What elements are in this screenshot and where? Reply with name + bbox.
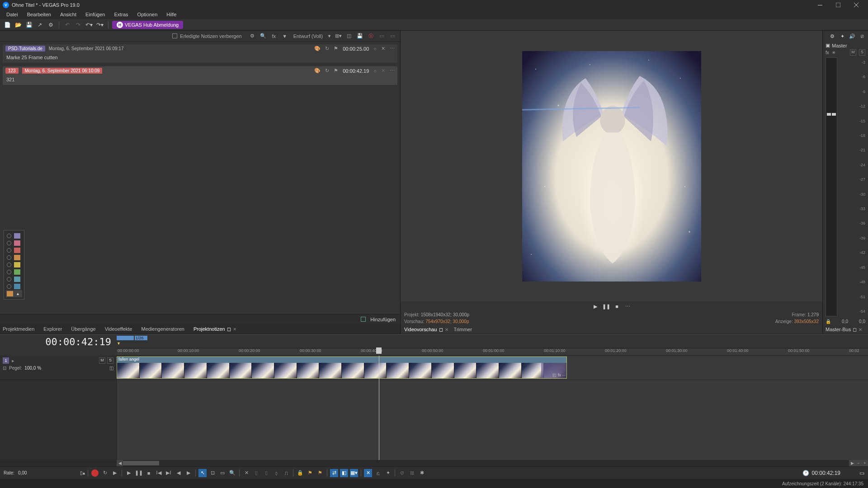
pegel-value[interactable]: 100,0 % — [24, 366, 41, 371]
timeline-hscroll[interactable]: ◀ ▶ − + — [0, 460, 868, 466]
playhead-handle[interactable] — [376, 347, 382, 354]
filter-icon[interactable]: ▼ — [281, 32, 289, 40]
note-flag-icon[interactable]: ⚑ — [334, 46, 338, 52]
ext2-icon[interactable]: ▭ — [388, 32, 396, 40]
marker-tool-button[interactable]: ✱ — [418, 469, 426, 477]
marker-region[interactable] — [117, 336, 134, 340]
normal-edit-tool[interactable]: ↖ — [198, 469, 207, 477]
menu-ansicht[interactable]: Ansicht — [57, 11, 80, 18]
note-done-icon[interactable]: ○ — [373, 68, 377, 74]
redo-dd-icon[interactable]: ↷▾ — [95, 20, 104, 29]
color-option[interactable] — [6, 261, 22, 268]
transport-more-icon[interactable]: ⋯ — [624, 302, 632, 310]
snapshot-icon[interactable]: 💾 — [356, 32, 364, 40]
marker-flag[interactable]: ▼ — [117, 341, 121, 346]
menu-datei[interactable]: Datei — [3, 11, 22, 18]
play-button[interactable]: ▶ — [125, 469, 133, 477]
big-timecode[interactable]: 00:00:42:19 — [45, 336, 111, 347]
stop-icon[interactable]: ■ — [613, 302, 621, 310]
tab-projektnotizen[interactable]: Projektnotizen ◻ ✕ — [193, 326, 236, 332]
rate-value[interactable]: 0,00 — [18, 470, 27, 475]
minimize-button[interactable] — [811, 0, 829, 10]
time-ruler[interactable]: 00:00:00:00 00:00:10:00 00:00:20:00 00:0… — [117, 348, 868, 356]
tab-explorer[interactable]: Explorer — [43, 326, 62, 332]
mute-button[interactable]: M — [850, 49, 856, 56]
solo-button[interactable]: S — [859, 49, 865, 56]
region-button[interactable]: ⚑ — [316, 469, 324, 477]
crossfade-button[interactable]: ✕ — [364, 469, 372, 477]
menu-einfuegen[interactable]: Einfügen — [82, 11, 108, 18]
record-button[interactable] — [91, 469, 99, 477]
note-body[interactable]: Marke 25 Frame cutten — [3, 53, 397, 63]
color-option[interactable] — [6, 276, 22, 283]
fit-button[interactable]: ▭ — [859, 470, 864, 476]
master-bus-tab[interactable]: Master-Bus ◻ ✕ — [823, 325, 868, 334]
marker-strip[interactable]: 1/26 ▼ — [117, 335, 868, 348]
dim-icon[interactable]: ✦ — [838, 32, 846, 40]
track-lane-1[interactable]: fallen angel ◰ fx ··· — [117, 356, 868, 380]
clip-tools[interactable]: ◰ fx ··· — [541, 363, 566, 378]
snap-button[interactable]: ⎍ — [282, 469, 290, 477]
go-end-button[interactable]: ▶I — [165, 469, 173, 477]
tab-close-icon[interactable]: ✕ — [233, 327, 236, 332]
clip-crop-icon[interactable]: ◰ — [552, 373, 557, 377]
new-project-icon[interactable]: 📄 — [3, 20, 12, 29]
menu-extras[interactable]: Extras — [110, 11, 132, 18]
hub-button[interactable]: HVEGAS Hub Abmeldung — [112, 21, 183, 29]
track-fx-icon[interactable]: ⊡ — [3, 366, 6, 371]
tab-close-icon[interactable]: ✕ — [859, 327, 862, 332]
tab-videoeffekte[interactable]: Videoeffekte — [105, 326, 132, 332]
track-expand-icon[interactable]: ▸ — [12, 358, 14, 364]
add-note-label[interactable]: Hinzufügen — [370, 317, 396, 322]
event-fx-button[interactable]: ✦ — [384, 469, 392, 477]
menu-bearbeiten[interactable]: Bearbeiten — [24, 11, 55, 18]
magnify-tool[interactable]: 🔍 — [228, 469, 236, 477]
maximize-button[interactable] — [829, 0, 847, 10]
note-more-icon[interactable]: ⋯ — [390, 68, 395, 74]
output-icon[interactable]: 🔊 — [848, 32, 856, 40]
redo-icon[interactable]: ↷ — [74, 20, 83, 29]
undo-icon[interactable]: ↶ — [63, 20, 72, 29]
split-button[interactable]: ⎀ — [272, 469, 280, 477]
note-flag-icon[interactable]: ⚑ — [334, 68, 338, 74]
prev-frame-button[interactable]: ◀ — [175, 469, 183, 477]
note-more-icon[interactable]: ⋯ — [390, 46, 395, 52]
rate-slider-icon[interactable]: ▯▴ — [80, 470, 85, 475]
tab-close-icon[interactable]: ✕ — [445, 327, 448, 332]
clip-fx-icon[interactable]: fx ··· — [558, 373, 566, 377]
overlay-icon[interactable]: ◫ — [345, 32, 353, 40]
pause-icon[interactable]: ❚❚ — [602, 302, 610, 310]
next-frame-button[interactable]: ▶ — [184, 469, 193, 477]
note-card[interactable]: 123 Montag, 6. September 2021 06:10:09 🎨… — [3, 66, 397, 85]
group-button[interactable]: ⊞ — [408, 469, 416, 477]
zoom-tool[interactable]: ▭ — [218, 469, 226, 477]
track-mute-button[interactable]: M — [99, 357, 105, 364]
play-icon[interactable]: ▶ — [591, 302, 599, 310]
track-lanes[interactable]: fallen angel ◰ fx ··· — [117, 356, 868, 460]
scroll-thumb[interactable] — [123, 461, 159, 465]
selection-tool[interactable]: ⊡ — [208, 469, 217, 477]
menu-hilfe[interactable]: Hilfe — [163, 11, 180, 18]
marker-button[interactable]: ⚑ — [306, 469, 314, 477]
tab-restore-icon[interactable]: ◻ — [853, 327, 857, 333]
gear-icon[interactable]: ⚙ — [828, 32, 836, 40]
pause-button[interactable]: ❚❚ — [135, 469, 143, 477]
color-option[interactable]: ▲ — [6, 290, 22, 297]
tab-projektmedien[interactable]: Projektmedien — [3, 326, 34, 332]
lock-icon[interactable]: 🔒 — [826, 319, 831, 324]
note-delete-icon[interactable]: ✕ — [381, 46, 385, 52]
track-solo-button[interactable]: S — [107, 357, 113, 364]
scroll-left-icon[interactable]: ◀ — [117, 460, 123, 466]
note-color-icon[interactable]: 🎨 — [314, 68, 321, 74]
grid-icon[interactable]: ⊞▾ — [334, 32, 342, 40]
scroll-right-icon[interactable]: ▶ — [849, 460, 855, 466]
cut-button[interactable]: ✕ — [242, 469, 250, 477]
marker-region[interactable]: 1/26 — [135, 336, 147, 340]
insert-icon[interactable]: ✳ — [832, 50, 835, 55]
snap-toggle-button[interactable]: ◧ — [340, 469, 348, 477]
menu-optionen[interactable]: Optionen — [134, 11, 161, 18]
color-option[interactable] — [6, 232, 22, 239]
note-color-icon[interactable]: 🎨 — [314, 46, 321, 52]
gear-icon[interactable]: ⚙ — [248, 32, 256, 40]
zoom-in-icon[interactable]: + — [862, 460, 868, 466]
